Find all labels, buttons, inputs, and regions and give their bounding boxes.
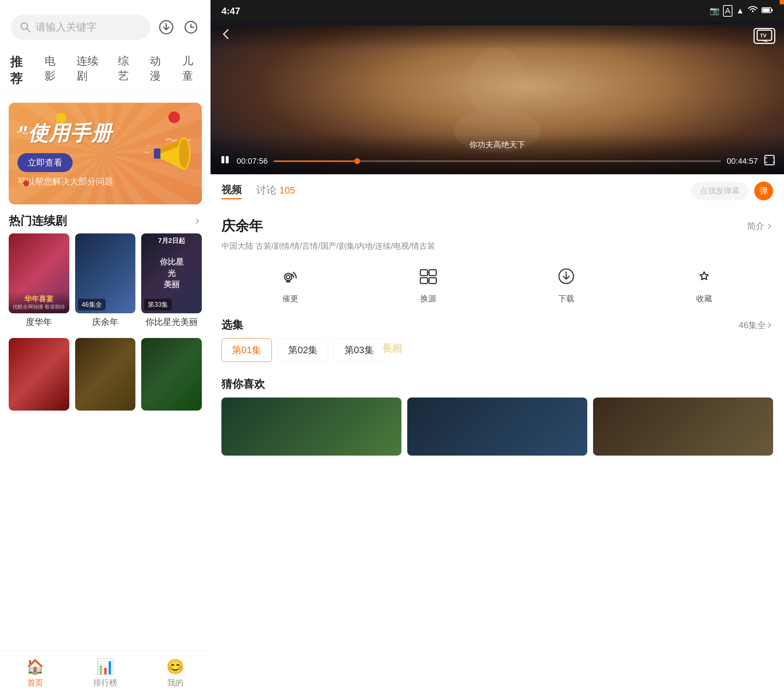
banner-subtitle: 可以帮您解决大部分问题 [17,176,142,187]
nav-profile-label: 我的 [167,677,183,688]
banner-button[interactable]: 立即查看 [17,153,72,172]
search-icon [20,21,31,33]
danmu-area: 点我发弹幕 弹 [691,181,773,200]
history-icon[interactable] [182,18,199,36]
download-icon[interactable] [158,18,175,36]
card-qingnian[interactable]: 46集全 庆余年 [75,234,136,329]
tab-anime[interactable]: 动漫 [148,51,170,90]
switch-source-icon [419,267,438,290]
svg-rect-16 [771,9,773,11]
episode-01[interactable]: 第01集 [221,338,272,362]
show-intro-link[interactable]: 简介 [747,220,773,232]
show-info: 庆余年 简介 中国大陆 古装/剧情/情/言情/国产/剧集/内地/连续/电视/情古… [211,208,784,261]
card6[interactable]: 绿境 [141,338,202,410]
tab-drama[interactable]: 连续剧 [75,51,105,90]
tab-variety[interactable]: 综艺 [117,51,138,90]
episode-02[interactable]: 第02集 [278,338,328,362]
episodes-all[interactable]: 46集全 [739,320,773,331]
action-download[interactable]: 下载 [497,267,635,304]
episodes-title: 选集 [221,318,739,333]
video-controls: 你功夫高绝天下 00:07:56 00:44:57 [211,133,784,174]
banner-quote-open: " [17,122,28,145]
tab-recommend[interactable]: 推荐 [9,51,32,90]
action-urge[interactable]: 催更 [221,267,359,304]
banner[interactable]: 〜〜 〜〜 "使用手册 立即查看 可以帮您解决大部分问题 ~ [9,103,202,204]
danmu-button[interactable]: 弹 [754,181,773,200]
banner-content: "使用手册 立即查看 可以帮您解决大部分问题 [17,120,142,187]
recommend-section: 猜你喜欢 [211,369,784,463]
svg-line-1 [27,29,30,32]
svg-rect-28 [286,281,290,282]
card-starlight[interactable]: 7月2日起 第33集 你比星光美丽 你比星光美丽 [141,234,202,329]
content-area: 视频 讨论 105 点我发弹幕 弹 庆余年 简介 中 [211,174,784,697]
card3-center-text: 你比星光美丽 [156,257,186,290]
card1-overlay-text: 华年喜宴 [12,294,66,304]
card2-title: 庆余年 [75,313,136,329]
video-total-time: 00:44:57 [726,157,758,166]
svg-rect-23 [221,156,224,163]
svg-text:TV: TV [760,33,767,38]
nav-home-label: 首页 [27,677,43,688]
card-thumb-3: 7月2日起 第33集 你比星光美丽 [141,234,202,313]
video-progress-dot [354,158,360,164]
nav-profile[interactable]: 😊 我的 [140,651,211,697]
card3-badge: 第33集 [144,299,172,310]
nav-home[interactable]: 🏠 首页 [0,651,70,697]
tab-video[interactable]: 视频 [221,183,242,199]
card1-overlay-sub: 优酷全网独播 敬请期待 [12,304,66,310]
action-favorite[interactable]: 收藏 [635,267,773,304]
video-back-button[interactable] [219,28,232,44]
tab-kids[interactable]: 儿童 [181,51,202,90]
hot-dramas-more[interactable] [193,217,202,226]
action-switch-source[interactable]: 换源 [359,267,497,304]
recommend-thumb-2 [407,397,587,456]
nav-ranking-label: 排行榜 [93,677,117,688]
search-input-wrap[interactable]: 请输入关键字 [11,15,150,40]
card2-badge: 46集全 [78,299,105,310]
episode-03[interactable]: 第03集 [334,338,384,362]
favorite-icon [695,267,713,290]
video-pause-button[interactable] [219,154,231,168]
card-duhunian[interactable]: 华年喜宴 优酷全网独播 敬请期待 度华年 [9,234,69,329]
svg-text:~: ~ [144,147,149,157]
danmu-input[interactable]: 点我发弹幕 [691,182,748,200]
video-progress-bar[interactable] [274,160,721,162]
card5[interactable]: 花卉 [75,338,136,410]
card5-thumb: 花卉 [75,338,136,410]
card4[interactable]: 長相 [9,338,69,410]
video-tv-button[interactable]: TV [754,28,775,44]
card-thumb-1: 华年喜宴 优酷全网独播 敬请期待 [9,234,69,313]
wifi-icon [748,6,758,16]
banner-dot-red [168,112,180,123]
video-controls-row: 00:07:56 00:44:57 [219,154,775,168]
show-tags: 中国大陆 古装/剧情/情/言情/国产/剧集/内地/连续/电视/情古装 [221,240,773,252]
card6-thumb: 绿境 [141,338,202,410]
svg-rect-17 [763,8,770,12]
card1-title: 度华年 [9,313,69,329]
card-thumb-2: 46集全 [75,234,136,313]
status-time: 4:47 [221,5,240,17]
bottom-nav: 🏠 首页 📊 排行榜 😊 我的 [0,651,211,697]
video-overlay-top: TV [211,22,784,50]
right-panel: 4:47 📷 A ▲ [211,0,784,697]
tab-discussion[interactable]: 讨论 105 [256,183,295,199]
show-title-row: 庆余年 简介 [221,217,773,235]
nav-ranking[interactable]: 📊 排行榜 [70,651,140,697]
recommend-card-2[interactable] [407,397,587,456]
banner-dot-small [23,180,29,186]
hot-dramas-header: 热门连续剧 [0,204,211,234]
video-player[interactable]: TV 你功夫高绝天下 00:07:56 00: [211,22,784,174]
urge-label: 催更 [282,293,298,304]
banner-title: "使用手册 [17,120,142,147]
recommend-card-1[interactable] [221,397,402,456]
tab-movie[interactable]: 电影 [43,51,64,90]
video-current-time: 00:07:56 [237,157,268,166]
discussion-count: 105 [280,185,295,196]
show-intro-label: 简介 [747,220,764,232]
recommend-card-3[interactable] [593,397,773,456]
svg-point-27 [287,275,290,279]
video-fullscreen-button[interactable] [764,154,775,168]
battery-icon [761,6,773,16]
video-subtitle: 你功夫高绝天下 [219,139,775,150]
episodes-total-label: 46集全 [739,320,766,331]
